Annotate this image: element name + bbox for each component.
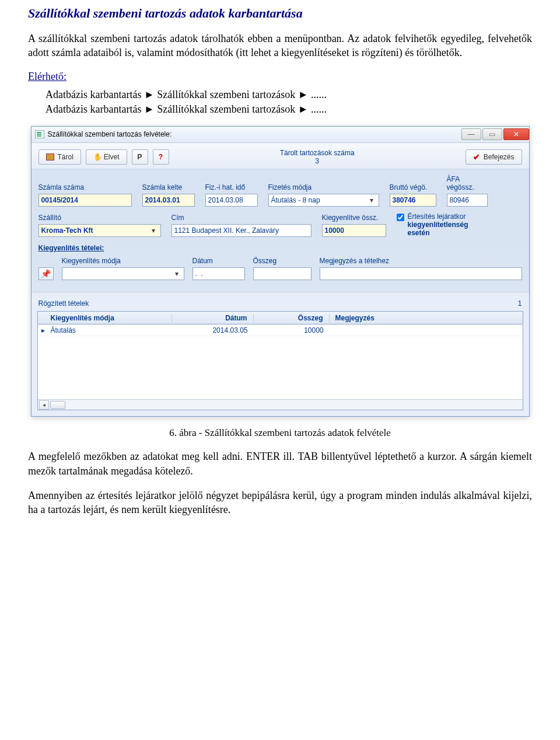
intro-paragraph: A szállítókkal szembeni tartozás adatok …: [28, 32, 532, 60]
minimize-button[interactable]: —: [461, 128, 481, 140]
pin-icon: 📌: [41, 269, 51, 278]
grid-count: 1: [518, 299, 522, 308]
kiegy-ossz-label: Kiegyenlítve össz.: [322, 214, 386, 222]
tarol-button[interactable]: Tárol: [38, 149, 81, 165]
chevron-down-icon: ▾: [367, 196, 376, 204]
grid-hscrollbar[interactable]: ◂: [38, 399, 523, 410]
nav-path-1: Adatbázis karbantartás ► Szállítókkal sz…: [46, 89, 532, 101]
maximize-button[interactable]: ▭: [482, 128, 502, 140]
col-kiegy-modja[interactable]: Kiegyenlítés módja: [38, 314, 172, 322]
para-3: Amennyiben az értesítés lejáratkor jelöl…: [28, 488, 532, 517]
detail-datum-label: Dátum: [192, 257, 245, 265]
app-icon: [35, 130, 44, 138]
szamla-szama-input[interactable]: [38, 194, 132, 207]
detail-mod-combo[interactable]: ▾: [62, 267, 184, 280]
cim-input[interactable]: [172, 224, 312, 237]
figure-caption: 6. ábra - Szállítókkal szembeni tartozás…: [28, 427, 532, 439]
detail-megj-input[interactable]: [320, 267, 522, 280]
titlebar: Szállítókkal szembeni tartozás felvétele…: [32, 127, 529, 143]
fiz-mod-combo[interactable]: Átutalás - 8 nap ▾: [268, 194, 379, 207]
subhead: Elérhető:: [28, 71, 532, 83]
szallito-combo[interactable]: Kroma-Tech Kft ▾: [38, 224, 161, 237]
afa-label: ÁFA végössz.: [447, 175, 488, 191]
page-title: Szállítókkal szembeni tartozás adatok ka…: [28, 6, 532, 21]
col-datum[interactable]: Dátum: [172, 314, 254, 322]
hand-icon: [93, 153, 100, 161]
brutto-label: Bruttó végö.: [390, 183, 436, 191]
para-2: A megfelelő mezőkben az adatokat meg kel…: [28, 449, 532, 478]
help-button[interactable]: ?: [153, 149, 169, 165]
afa-input[interactable]: [447, 194, 488, 207]
grid-header: Kiegyenlítés módja Dátum Összeg Megjegyz…: [38, 312, 523, 324]
detail-datum-input[interactable]: [192, 267, 245, 280]
grid-area: Rögzített tételek 1 Kiegyenlítés módja D…: [32, 292, 529, 416]
elvet-button[interactable]: Elvet: [86, 149, 127, 165]
app-window: Szállítókkal szembeni tartozás felvétele…: [31, 126, 530, 417]
check-icon: ✔: [473, 152, 480, 162]
detail-megj-label: Megjegyzés a tételhez: [320, 257, 522, 265]
kiegy-ossz-input[interactable]: [322, 224, 386, 237]
form-area: Számla száma Számla kelte Fiz.-i hat. id…: [32, 169, 529, 292]
befejezes-button[interactable]: ✔ Befejezés: [466, 149, 522, 165]
stored-counter: Tárolt tartozások száma 3: [280, 149, 355, 166]
nav-path-2: Adatbázis karbantartás ► Szállítókkal sz…: [46, 103, 532, 116]
cim-label: Cím: [172, 214, 312, 222]
col-osszeg[interactable]: Összeg: [254, 314, 330, 322]
grid: Kiegyenlítés módja Dátum Összeg Megjegyz…: [37, 311, 523, 410]
ertesites-block: Értesítés lejáratkor kiegyenlítetlenség …: [397, 212, 490, 237]
fiz-mod-label: Fizetés módja: [268, 183, 379, 191]
scroll-thumb[interactable]: [50, 401, 65, 409]
ertesites-checkbox[interactable]: [397, 214, 404, 221]
detail-osszeg-label: Összeg: [253, 257, 312, 265]
toolbar: Tárol Elvet P ? Tárolt tartozások száma …: [32, 143, 529, 170]
chevron-down-icon: ▾: [149, 226, 158, 235]
szallito-label: Szállító: [38, 214, 161, 222]
szamla-kelte-label: Számla kelte: [142, 183, 195, 191]
p-button[interactable]: P: [132, 149, 148, 165]
fiz-hat-label: Fiz.-i hat. idő: [205, 183, 258, 191]
close-button[interactable]: ✕: [503, 128, 529, 140]
detail-osszeg-input[interactable]: [253, 267, 312, 280]
col-megjegyzes[interactable]: Megjegyzés: [330, 314, 523, 322]
szamla-kelte-input[interactable]: [142, 194, 195, 207]
brutto-input[interactable]: [390, 194, 436, 207]
section-title: Kiegyenlítés tételei:: [38, 243, 522, 257]
table-row[interactable]: ▸Átutalás2014.03.0510000: [38, 324, 523, 336]
detail-mod-label: Kiegyenlítés módja: [62, 257, 184, 265]
scroll-left-icon[interactable]: ◂: [39, 400, 49, 410]
question-icon: ?: [159, 153, 163, 161]
szamla-szama-label: Számla száma: [38, 183, 132, 191]
fiz-hat-input[interactable]: [205, 194, 258, 207]
save-icon: [46, 153, 54, 160]
add-detail-button[interactable]: 📌: [38, 267, 54, 280]
grid-title: Rögzített tételek: [38, 299, 89, 308]
chevron-down-icon: ▾: [172, 270, 181, 278]
window-title: Szállítókkal szembeni tartozás felvétele…: [48, 130, 172, 138]
